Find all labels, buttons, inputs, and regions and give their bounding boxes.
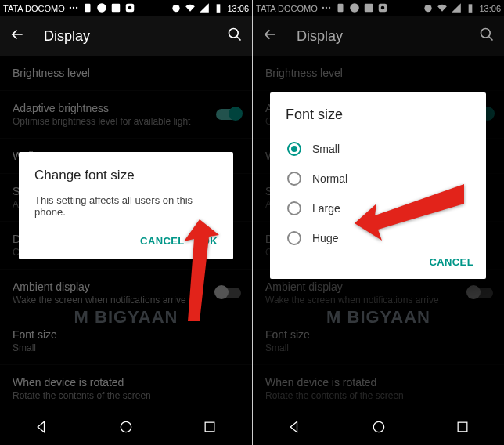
item-adaptive-brightness[interactable]: Adaptive brightness Optimise brightness … <box>0 91 252 139</box>
image-icon <box>110 2 121 15</box>
ok-button[interactable]: OK <box>202 235 218 247</box>
radio-huge[interactable]: Huge <box>283 223 473 253</box>
svg-rect-29 <box>458 422 467 432</box>
ambient-switch[interactable] <box>216 288 241 298</box>
radio-icon <box>287 231 301 245</box>
instagram-icon <box>124 2 135 15</box>
radio-small[interactable]: Small <box>283 134 473 164</box>
radio-icon <box>287 142 301 156</box>
change-font-size-dialog: Change font size This setting affects al… <box>19 152 233 259</box>
svg-point-10 <box>229 29 239 38</box>
watermark: M BIGYAAN <box>326 307 430 327</box>
radio-icon <box>287 201 301 215</box>
svg-rect-9 <box>217 4 221 13</box>
radio-large[interactable]: Large <box>283 194 473 223</box>
svg-point-8 <box>173 4 180 11</box>
cancel-button[interactable]: CANCEL <box>429 256 473 268</box>
screenshot-right: TATA DOCOMO 13:06 Display Brightnes <box>252 0 504 445</box>
clock-label: 13:06 <box>227 4 249 13</box>
svg-rect-5 <box>112 3 121 12</box>
font-size-radiogroup: Small Normal Large Huge <box>283 134 473 253</box>
app-header: Display <box>0 16 252 56</box>
screenshot-left: TATA DOCOMO 13:06 Display <box>0 0 252 445</box>
svg-line-11 <box>237 37 241 41</box>
nav-back-icon[interactable] <box>287 419 303 438</box>
battery-icon <box>213 2 224 15</box>
svg-point-7 <box>128 5 132 9</box>
adaptive-switch[interactable] <box>216 109 241 120</box>
header-title: Display <box>44 28 90 45</box>
svg-point-1 <box>73 6 74 8</box>
dialog-title: Change font size <box>34 168 218 183</box>
more-icon <box>68 2 79 15</box>
svg-point-28 <box>373 421 383 432</box>
nav-bar <box>0 412 252 445</box>
radio-normal[interactable]: Normal <box>283 164 473 194</box>
svg-point-4 <box>97 3 106 13</box>
sim-icon <box>82 2 93 15</box>
watermark: M BIGYAAN <box>74 307 178 327</box>
dialog-body: This setting affects all users on this p… <box>34 194 218 218</box>
nav-recent-icon[interactable] <box>202 419 218 438</box>
search-icon[interactable] <box>227 27 243 45</box>
wifi-icon <box>185 2 196 15</box>
cancel-button[interactable]: CANCEL <box>140 235 185 247</box>
nav-bar <box>253 412 504 445</box>
svg-rect-14 <box>205 422 214 432</box>
back-arrow-icon[interactable] <box>9 27 25 45</box>
svg-point-13 <box>121 421 131 432</box>
font-size-dialog: Font size Small Normal Large Huge CANCEL <box>270 92 486 279</box>
nav-home-icon[interactable] <box>371 419 387 438</box>
alarm-icon <box>171 2 182 15</box>
whatsapp-icon <box>96 2 107 15</box>
svg-rect-3 <box>85 3 90 12</box>
signal-icon <box>199 2 210 15</box>
nav-recent-icon[interactable] <box>455 419 470 438</box>
svg-point-0 <box>70 6 71 8</box>
nav-home-icon[interactable] <box>118 419 134 438</box>
status-bar: TATA DOCOMO 13:06 <box>0 0 252 16</box>
item-brightness[interactable]: Brightness level <box>0 56 252 91</box>
item-rotate[interactable]: When device is rotated Rotate the conten… <box>0 365 252 412</box>
nav-back-icon[interactable] <box>34 419 50 438</box>
carrier-label: TATA DOCOMO <box>3 4 65 13</box>
radio-icon <box>287 172 301 186</box>
svg-point-2 <box>76 6 77 8</box>
dialog-title: Font size <box>283 107 473 123</box>
